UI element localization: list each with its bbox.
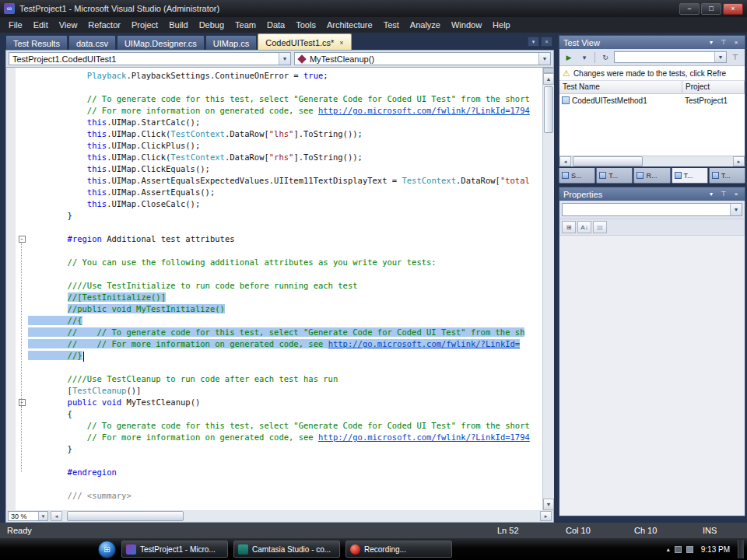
- window-menu-icon[interactable]: ▾: [707, 39, 716, 46]
- windows-logo-icon: ⊞: [103, 545, 110, 554]
- show-desktop-button[interactable]: [738, 540, 744, 558]
- run-options-chevron-icon[interactable]: ▾: [577, 51, 591, 64]
- refresh-icon[interactable]: ↻: [598, 51, 612, 64]
- object-dropdown[interactable]: ▼: [562, 203, 742, 216]
- menu-architecture[interactable]: Architecture: [321, 18, 378, 32]
- menu-data[interactable]: Data: [261, 18, 290, 32]
- code-line: this.UIMap.StartCalc();: [28, 117, 542, 128]
- categorized-icon[interactable]: ⊞: [562, 221, 576, 233]
- menu-analyze[interactable]: Analyze: [405, 18, 446, 32]
- method-icon: [297, 54, 306, 63]
- menu-window[interactable]: Window: [446, 18, 487, 32]
- visual-studio-icon: [126, 544, 136, 555]
- tab-data-csv[interactable]: data.csv: [68, 35, 116, 50]
- menu-help[interactable]: Help: [487, 18, 516, 32]
- close-button[interactable]: ×: [723, 3, 743, 15]
- tab-uimap-designer-cs[interactable]: UIMap.Designer.cs: [117, 35, 205, 50]
- scrollbar-track[interactable]: [543, 85, 554, 499]
- code-line: }: [28, 210, 542, 222]
- alphabetical-icon[interactable]: A↓: [577, 221, 591, 233]
- test-row[interactable]: CodedUITestMethod1 TestProject1: [559, 94, 745, 107]
- scroll-down-icon[interactable]: ▼: [543, 499, 554, 510]
- menu-file[interactable]: File: [3, 18, 28, 32]
- menu-team[interactable]: Team: [230, 18, 261, 32]
- taskbar-button-testproject1-micro[interactable]: TestProject1 - Micro...: [121, 541, 228, 558]
- column-header-project[interactable]: Project: [682, 81, 745, 93]
- collapse-toggle-icon[interactable]: -: [19, 236, 26, 243]
- start-button[interactable]: ⊞: [98, 541, 116, 558]
- scrollbar-track[interactable]: [571, 156, 733, 166]
- taskbar-button-label: Recording...: [364, 545, 406, 554]
- editor-body: -- Playback.PlaybackSettings.ContinueOnE…: [5, 68, 554, 510]
- panel-tab-3[interactable]: T...: [672, 168, 708, 184]
- menu-refactor[interactable]: Refactor: [82, 18, 126, 32]
- scrollbar-thumb[interactable]: [67, 511, 184, 521]
- panel-tab-4[interactable]: T...: [709, 168, 745, 184]
- pin-icon[interactable]: ⊤: [719, 39, 728, 46]
- scroll-left-icon[interactable]: ◂: [559, 156, 571, 166]
- splitter-handle[interactable]: [543, 68, 554, 73]
- tab-codeduitest1-cs[interactable]: CodedUITest1.cs*×: [258, 33, 351, 50]
- filter-icon[interactable]: ⊤: [728, 51, 742, 64]
- taskbar-button-recording[interactable]: Recording...: [345, 541, 452, 558]
- scroll-right-icon[interactable]: ▸: [540, 511, 552, 521]
- close-icon[interactable]: ×: [731, 39, 741, 46]
- tray-icon[interactable]: [675, 546, 682, 553]
- column-header-test-name[interactable]: Test Name: [559, 81, 682, 93]
- taskbar-button-label: TestProject1 - Micro...: [140, 545, 216, 554]
- code-line: //[TestInitialize()]: [28, 292, 542, 303]
- menu-edit[interactable]: Edit: [28, 18, 54, 32]
- scroll-right-icon[interactable]: ▸: [733, 156, 745, 166]
- minimize-button[interactable]: −: [679, 3, 700, 15]
- code-line: [28, 268, 542, 280]
- close-icon[interactable]: ×: [731, 191, 741, 198]
- horizontal-scrollbar[interactable]: ◂ ▸: [51, 511, 552, 521]
- clock[interactable]: 9:13 PM: [698, 545, 733, 554]
- code-area[interactable]: Playback.PlaybackSettings.ContinueOnErro…: [28, 68, 542, 510]
- code-line: [28, 222, 542, 233]
- code-line: #endregion: [28, 467, 542, 478]
- tab-test-results[interactable]: Test Results: [5, 35, 68, 50]
- tab-uimap-cs[interactable]: UIMap.cs: [205, 35, 257, 50]
- document-list-button[interactable]: ▾: [528, 37, 539, 47]
- type-dropdown[interactable]: TestProject1.CodedUITest1 ▼: [9, 52, 291, 65]
- tray-expand-icon[interactable]: ▴: [667, 546, 670, 553]
- code-line: this.UIMap.Click(TestContext.DataRow["rh…: [28, 152, 542, 163]
- run-test-icon[interactable]: ▶: [562, 51, 576, 64]
- menu-project[interactable]: Project: [126, 18, 163, 32]
- member-dropdown[interactable]: MyTestCleanup() ▼: [294, 52, 551, 65]
- panel-tab-2[interactable]: R...: [633, 168, 670, 184]
- menu-build[interactable]: Build: [163, 18, 193, 32]
- scrollbar-thumb[interactable]: [573, 156, 643, 166]
- pin-icon[interactable]: ⊤: [719, 191, 728, 198]
- window-title: TestProject1 - Microsoft Visual Studio (…: [19, 4, 675, 13]
- menu-debug[interactable]: Debug: [194, 18, 230, 32]
- test-name: CodedUITestMethod1: [572, 96, 685, 105]
- scroll-left-icon[interactable]: ◂: [51, 511, 62, 521]
- test-view-warning-bar[interactable]: ⚠ Changes were made to the tests, click …: [559, 66, 745, 81]
- panel-tab-1[interactable]: T...: [596, 168, 633, 184]
- text-caret: [83, 352, 84, 362]
- maximize-button[interactable]: □: [701, 3, 721, 15]
- window-menu-icon[interactable]: ▾: [707, 191, 716, 198]
- tray-icon[interactable]: [686, 546, 693, 553]
- code-line: public void MyTestCleanup(): [28, 397, 542, 408]
- collapse-toggle-icon[interactable]: -: [19, 399, 26, 406]
- vertical-scrollbar[interactable]: ▲ ▼: [542, 68, 554, 510]
- menu-view[interactable]: View: [54, 18, 83, 32]
- property-pages-icon[interactable]: ▤: [593, 221, 607, 233]
- test-view-hscrollbar[interactable]: ◂ ▸: [559, 156, 745, 166]
- close-tab-icon[interactable]: ×: [338, 39, 343, 47]
- scroll-up-icon[interactable]: ▲: [543, 73, 554, 85]
- indicator-margin[interactable]: [6, 68, 16, 510]
- menu-test[interactable]: Test: [378, 18, 405, 32]
- close-document-button[interactable]: ×: [541, 37, 552, 47]
- menu-tools[interactable]: Tools: [290, 18, 321, 32]
- taskbar-button-camtasia-studio-co[interactable]: Camtasia Studio - co...: [233, 541, 340, 558]
- scrollbar-thumb[interactable]: [544, 86, 553, 133]
- zoom-dropdown[interactable]: 30 % ▼: [8, 511, 48, 521]
- scrollbar-track[interactable]: [62, 511, 540, 521]
- filter-combo[interactable]: ▼: [614, 51, 727, 63]
- code-line: // For more information on generated cod…: [28, 432, 542, 443]
- panel-tab-0[interactable]: S...: [559, 168, 595, 184]
